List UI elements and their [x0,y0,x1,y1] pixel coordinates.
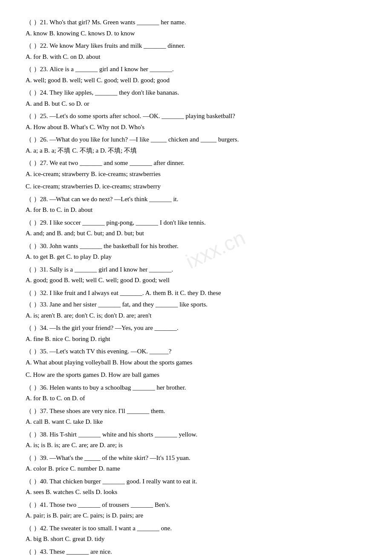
options-text: A. sees B. watches C. sells D. looks [26,487,366,498]
question-text: （ ）43. These _______ are nice. [26,546,366,555]
question-item: （ ）30. John wants _______ the basketball… [26,241,366,263]
options-text: A. How about B. What's C. Why not D. Who… [26,122,366,133]
question-item: （ ）24. They like apples, _______ they do… [26,87,366,109]
question-text: （ ）40. That chicken burger _______ good.… [26,476,366,487]
question-text: （ ）25. —Let's do some sports after schoo… [26,111,366,122]
question-text: （ ）39. —What's the _____ of the white sk… [26,453,366,464]
question-text: （ ）36. Helen wants to buy a schoolbag __… [26,382,366,393]
options-text: A. a; a B. a; 不填 C. 不填; a D. 不填; 不填 [26,145,366,156]
question-item: （ ）40. That chicken burger _______ good.… [26,476,366,498]
question-item: （ ）35. —Let's watch TV this evening. —OK… [26,346,366,381]
question-item: （ ）21. Who's that girl? Ms. Green wants … [26,17,366,39]
question-text: （ ）22. We know Mary likes fruits and mil… [26,40,366,52]
question-item: （ ）27. We eat two _______ and some _____… [26,158,366,192]
options-text: A. big B. short C. great D. tidy [26,534,366,545]
question-text: （ ）29. I like soccer _______ ping-pong, … [26,217,366,228]
question-text: （ ）21. Who's that girl? Ms. Green wants … [26,17,366,28]
options-text: A. is; aren't B. are; don't C. is; don't… [26,310,366,321]
question-item: （ ）22. We know Mary likes fruits and mil… [26,40,366,62]
question-text: （ ）28. —What can we do next? —Let's thin… [26,194,366,205]
question-item: （ ）42. The sweater is too small. I want … [26,523,366,545]
options-text: A. know B. knowing C. knows D. to know [26,28,366,39]
options-text: A. for B. with C. on D. about [26,52,366,63]
question-text: （ ）42. The sweater is too small. I want … [26,523,366,534]
options-text: A. is; is B. is; are C. are; are D. are;… [26,440,366,451]
options-text: A. and; and B. and; but C. but; and D. b… [26,228,366,239]
question-text: （ ）24. They like apples, _______ they do… [26,87,366,98]
question-text: （ ）27. We eat two _______ and some _____… [26,158,366,169]
question-item: （ ）37. These shoes are very nice. I'll _… [26,406,366,428]
options-text: A. good; good B. well; well C. well; goo… [26,275,366,286]
options-text: A. ice-cream; strawberry B. ice-creams; … [26,169,366,180]
question-item: （ ）33. Jane and her sister _______ fat, … [26,299,366,321]
options-text: A. well; good B. well; well C. good; wel… [26,75,366,86]
question-item: （ ）31. Sally is a _______ girl and I kno… [26,264,366,286]
question-item: （ ）38. His T-shirt _______ white and his… [26,429,366,451]
options-text: A. call B. want C. take D. like [26,416,366,428]
options-text: A. for B. to C. on D. of [26,393,366,404]
question-text: （ ）41. Those two _______ of trousers ___… [26,500,366,511]
question-item: （ ）34. —Is the girl your friend? —Yes, y… [26,323,366,344]
question-text: （ ）23. Alice is a _______ girl and I kno… [26,64,366,75]
question-item: （ ）43. These _______ are nice.A. big red… [26,546,366,555]
question-item: （ ）32. I like fruit and I always eat ___… [26,288,366,299]
question-item: （ ）29. I like soccer _______ ping-pong, … [26,217,366,239]
question-text: （ ）34. —Is the girl your friend? —Yes, y… [26,323,366,334]
question-text: （ ）37. These shoes are very nice. I'll _… [26,406,366,417]
question-text: （ ）32. I like fruit and I always eat ___… [26,288,366,299]
question-item: （ ）41. Those two _______ of trousers ___… [26,500,366,521]
options-text: A. pair; is B. pair; are C. pairs; is D.… [26,510,366,521]
options-text: A. fine B. nice C. boring D. right [26,334,366,345]
question-text: （ ）26. —What do you like for lunch? —I l… [26,134,366,145]
question-text: （ ）33. Jane and her sister _______ fat, … [26,299,366,310]
options-text: A. to get B. get C. to play D. play [26,251,366,263]
options-text: A. What about playing volleyball B. How … [26,357,366,368]
question-item: （ ）25. —Let's do some sports after schoo… [26,111,366,133]
question-text: （ ）31. Sally is a _______ girl and I kno… [26,264,366,275]
options-text: C. ice-cream; strawberries D. ice-creams… [26,181,366,192]
question-item: （ ）36. Helen wants to buy a schoolbag __… [26,382,366,404]
question-item: （ ）28. —What can we do next? —Let's thin… [26,194,366,216]
options-text: A. and B. but C. so D. or [26,98,366,110]
questions-container: （ ）21. Who's that girl? Ms. Green wants … [26,17,366,555]
options-text: A. color B. price C. number D. name [26,463,366,474]
options-text: C. How are the sports games D. How are b… [26,370,366,381]
question-item: （ ）39. —What's the _____ of the white sk… [26,453,366,474]
question-text: （ ）38. His T-shirt _______ white and his… [26,429,366,440]
question-text: （ ）35. —Let's watch TV this evening. —OK… [26,346,366,357]
question-item: （ ）23. Alice is a _______ girl and I kno… [26,64,366,86]
question-item: （ ）26. —What do you like for lunch? —I l… [26,134,366,156]
options-text: A. for B. to C. in D. about [26,205,366,216]
question-text: （ ）30. John wants _______ the basketball… [26,241,366,252]
